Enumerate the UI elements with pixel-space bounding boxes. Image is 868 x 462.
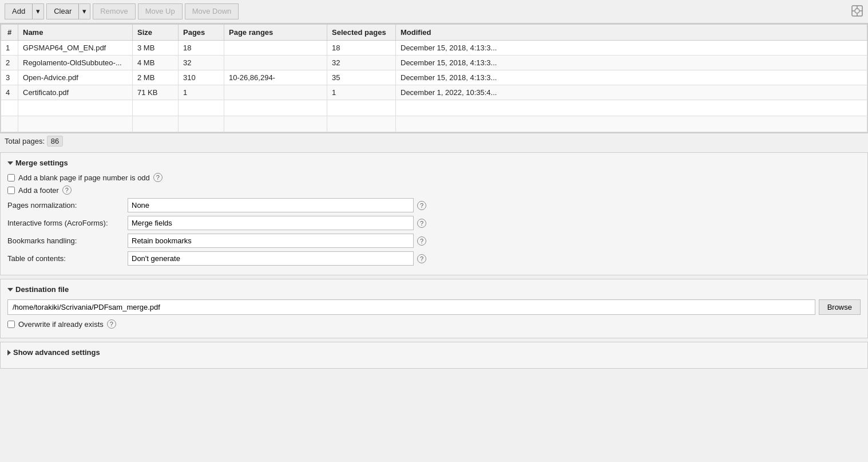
merge-settings-section: Merge settings Add a blank page if page … [0, 152, 868, 275]
cell-pages: 310 [179, 70, 224, 85]
interactive-forms-select-wrap: Merge fields Flatten Discard ? [128, 216, 861, 230]
toc-select-wrap: Don't generate Generate ? [128, 251, 861, 266]
overwrite-row: Overwrite if already exists ? [7, 319, 861, 329]
overwrite-checkbox[interactable] [7, 321, 15, 328]
destination-file-title[interactable]: Destination file [7, 285, 861, 294]
corner-icon[interactable] [851, 5, 863, 17]
toc-select[interactable]: Don't generate Generate [128, 251, 414, 266]
bookmarks-label: Bookmarks handling: [7, 236, 128, 245]
destination-file-label: Destination file [15, 285, 69, 294]
pages-normalization-help-icon: ? [417, 201, 426, 210]
blank-page-help-icon: ? [153, 173, 162, 182]
main-wrapper: Add ▾ Clear ▾ Remove Move Up Move Down #… [0, 0, 868, 462]
cell-ranges [224, 85, 327, 100]
svg-point-1 [855, 9, 859, 13]
cell-pages: 18 [179, 41, 224, 56]
table-empty-row [1, 116, 867, 132]
move-down-button[interactable]: Move Down [185, 3, 239, 19]
cell-empty [18, 116, 133, 132]
toc-help-icon: ? [417, 254, 426, 263]
destination-file-collapse-icon [7, 288, 13, 291]
cell-empty [224, 116, 327, 132]
blank-page-checkbox[interactable] [7, 174, 15, 181]
table-row[interactable]: 4Certificato.pdf71 KB11December 1, 2022,… [1, 85, 867, 100]
cell-num: 3 [1, 70, 18, 85]
cell-selected: 32 [327, 56, 396, 70]
cell-empty [1, 100, 18, 116]
cell-empty [18, 100, 133, 116]
blank-page-row: Add a blank page if page number is odd ? [7, 173, 861, 182]
add-footer-checkbox[interactable] [7, 187, 15, 194]
interactive-forms-help-icon: ? [417, 219, 426, 228]
col-header-ranges: Page ranges [224, 25, 327, 41]
destination-path-input[interactable] [7, 299, 815, 315]
merge-settings-label: Merge settings [15, 159, 68, 167]
total-pages-bar: Total pages: 86 [0, 133, 868, 149]
interactive-forms-row: Interactive forms (AcroForms): Merge fie… [7, 216, 861, 230]
advanced-settings-expand-icon [7, 350, 11, 356]
table-row[interactable]: 3Open-Advice.pdf2 MB31010-26,86,294-35De… [1, 70, 867, 85]
cell-size: 2 MB [133, 70, 179, 85]
cell-empty [224, 100, 327, 116]
cell-modified: December 1, 2022, 10:35:4... [396, 85, 867, 100]
bookmarks-help-icon: ? [417, 236, 426, 246]
cell-ranges [224, 56, 327, 70]
interactive-forms-label: Interactive forms (AcroForms): [7, 219, 128, 227]
bookmarks-select[interactable]: Retain bookmarks Discard bookmarks Creat… [128, 234, 414, 248]
remove-button[interactable]: Remove [93, 3, 135, 19]
add-footer-label: Add a footer [18, 186, 59, 195]
pages-normalization-select-wrap: None Normalize to first Normalize to las… [128, 198, 861, 212]
col-header-modified: Modified [396, 25, 867, 41]
cell-empty [327, 100, 396, 116]
cell-size: 71 KB [133, 85, 179, 100]
cell-name: GPSMAP64_OM_EN.pdf [18, 41, 133, 56]
cell-selected: 1 [327, 85, 396, 100]
col-header-selected: Selected pages [327, 25, 396, 41]
pages-normalization-row: Pages normalization: None Normalize to f… [7, 198, 861, 212]
advanced-settings-section: Show advanced settings [0, 342, 868, 369]
merge-settings-title[interactable]: Merge settings [7, 159, 861, 167]
table-row[interactable]: 1GPSMAP64_OM_EN.pdf3 MB1818December 15, … [1, 41, 867, 56]
cell-selected: 18 [327, 41, 396, 56]
cell-empty [133, 116, 179, 132]
table-empty-row [1, 100, 867, 116]
cell-empty [179, 100, 224, 116]
total-pages-badge: 86 [47, 136, 63, 147]
cell-num: 1 [1, 41, 18, 56]
cell-empty [1, 116, 18, 132]
add-dropdown-button[interactable]: ▾ [32, 3, 44, 19]
overwrite-label: Overwrite if already exists [18, 320, 104, 329]
clear-dropdown-button[interactable]: ▾ [78, 3, 90, 19]
advanced-settings-title[interactable]: Show advanced settings [7, 348, 861, 357]
cell-empty [327, 116, 396, 132]
move-up-button[interactable]: Move Up [138, 3, 183, 19]
pages-normalization-select[interactable]: None Normalize to first Normalize to las… [128, 198, 414, 212]
cell-name: Regolamento-OldSubbuteo-... [18, 56, 133, 70]
cell-size: 4 MB [133, 56, 179, 70]
col-header-size: Size [133, 25, 179, 41]
files-table: # Name Size Pages Page ranges Selected p… [1, 24, 867, 132]
blank-page-label: Add a blank page if page number is odd [18, 173, 150, 182]
toolbar: Add ▾ Clear ▾ Remove Move Up Move Down [0, 0, 868, 23]
cell-pages: 32 [179, 56, 224, 70]
clear-button[interactable]: Clear [46, 3, 78, 19]
cell-name: Open-Advice.pdf [18, 70, 133, 85]
add-button[interactable]: Add [5, 3, 32, 19]
toc-label: Table of contents: [7, 254, 128, 263]
dest-input-row: Browse [7, 299, 861, 315]
table-header-row: # Name Size Pages Page ranges Selected p… [1, 25, 867, 41]
interactive-forms-select[interactable]: Merge fields Flatten Discard [128, 216, 414, 230]
cell-empty [396, 116, 867, 132]
overwrite-help-icon: ? [107, 319, 116, 329]
cell-ranges [224, 41, 327, 56]
browse-button[interactable]: Browse [819, 299, 861, 315]
col-header-name: Name [18, 25, 133, 41]
add-footer-help-icon: ? [62, 185, 72, 195]
pages-normalization-label: Pages normalization: [7, 201, 128, 210]
table-row[interactable]: 2Regolamento-OldSubbuteo-...4 MB3232Dece… [1, 56, 867, 70]
col-header-num: # [1, 25, 18, 41]
add-btn-group: Add ▾ [5, 3, 44, 19]
toc-row: Table of contents: Don't generate Genera… [7, 251, 861, 266]
cell-empty [396, 100, 867, 116]
bookmarks-row: Bookmarks handling: Retain bookmarks Dis… [7, 234, 861, 248]
